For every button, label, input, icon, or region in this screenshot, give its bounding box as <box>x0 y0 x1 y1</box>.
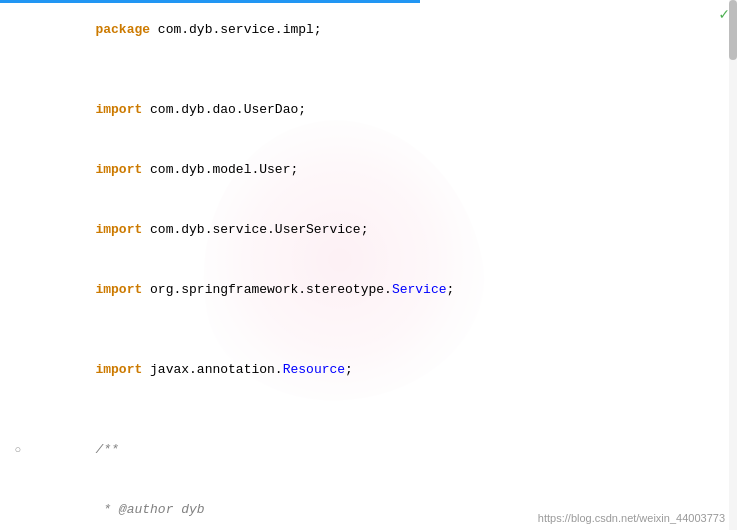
line-import-1: import com.dyb.dao.UserDao; <box>0 80 737 140</box>
line-blank-2 <box>0 320 737 340</box>
line-import-3: import com.dyb.service.UserService; <box>0 200 737 260</box>
line-blank-1 <box>0 60 737 80</box>
line-import-4: import org.springframework.stereotype.Se… <box>0 260 737 320</box>
scrollbar[interactable] <box>729 0 737 530</box>
line-import-2: import com.dyb.model.User; <box>0 140 737 200</box>
line-import-5: import javax.annotation.Resource; <box>0 340 737 400</box>
bottom-url: https://blog.csdn.net/weixin_44003773 <box>538 512 725 524</box>
content-1: package com.dyb.service.impl; <box>25 0 737 60</box>
line-1: package com.dyb.service.impl; <box>0 0 737 60</box>
editor-area: ✓ package com.dyb.service.impl; import c… <box>0 0 737 530</box>
code-container: package com.dyb.service.impl; import com… <box>0 0 737 530</box>
progress-bar <box>0 0 420 3</box>
line-comment-open: ○ /** <box>0 420 737 480</box>
kw-package: package <box>95 22 150 37</box>
line-blank-3 <box>0 400 737 420</box>
scrollbar-thumb[interactable] <box>729 0 737 60</box>
check-icon: ✓ <box>719 4 729 24</box>
